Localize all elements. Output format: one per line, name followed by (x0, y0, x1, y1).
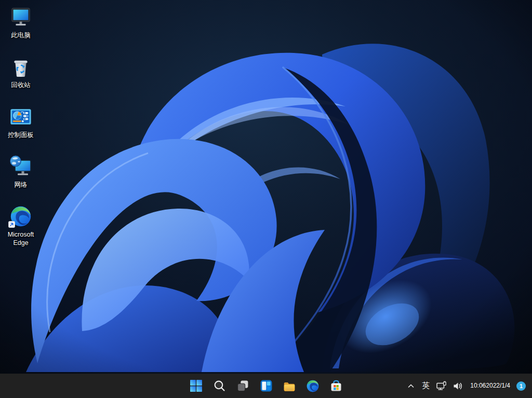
show-hidden-icons-button[interactable] (404, 376, 418, 396)
desktop-icon-list: 此电脑 回收站 (1, 4, 41, 253)
desktop-icon-label: 控制面板 (8, 131, 34, 140)
network-globe-monitor-icon (8, 154, 33, 180)
desktop-icon-label: 此电脑 (11, 32, 31, 40)
chevron-up-icon (406, 381, 416, 391)
task-view-button[interactable] (232, 376, 253, 396)
file-explorer-button[interactable] (279, 376, 300, 396)
search-button[interactable] (209, 376, 230, 396)
edge-browser-icon (306, 379, 320, 393)
taskbar-tray: 英 10:06 202 (404, 374, 532, 398)
desktop-icon-recycle-bin[interactable]: 回收站 (1, 54, 41, 100)
task-view-icon (236, 379, 249, 392)
notification-count-badge[interactable]: 1 (516, 381, 526, 391)
windows-start-icon (190, 379, 203, 392)
search-icon (213, 379, 226, 392)
desktop-icon-this-pc[interactable]: 此电脑 (1, 4, 41, 50)
store-button[interactable] (326, 376, 347, 396)
clock-time: 10:06 (470, 382, 486, 390)
desktop: 此电脑 回收站 (0, 0, 532, 398)
desktop-icon-label: Microsoft Edge (2, 231, 40, 247)
ime-indicator[interactable]: 英 (418, 376, 433, 396)
widgets-icon (260, 379, 273, 392)
clock-date: 2022/1/4 (486, 382, 510, 390)
shortcut-arrow-badge (8, 221, 15, 230)
volume-tray-button[interactable] (450, 376, 466, 396)
control-panel-icon (9, 104, 33, 130)
edge-button[interactable] (302, 376, 323, 396)
recycle-bin-icon (9, 54, 33, 80)
speaker-icon (453, 381, 463, 391)
clock[interactable]: 10:06 2022/1/4 (466, 376, 513, 396)
desktop-icon-label: 网络 (15, 181, 28, 189)
network-tray-button[interactable] (433, 376, 450, 396)
wired-network-icon (436, 381, 447, 391)
microsoft-store-icon (329, 379, 343, 393)
desktop-icon-control-panel[interactable]: 控制面板 (1, 104, 41, 149)
monitor-icon (9, 4, 33, 30)
desktop-icon-label: 回收站 (11, 81, 31, 90)
folder-icon (283, 379, 296, 393)
widgets-button[interactable] (256, 376, 276, 396)
desktop-icon-network[interactable]: 网络 (1, 154, 41, 199)
taskbar: 英 10:06 202 (0, 374, 532, 398)
start-button[interactable] (185, 376, 206, 396)
edge-browser-icon (9, 203, 32, 229)
desktop-icon-microsoft-edge[interactable]: Microsoft Edge (1, 203, 41, 249)
wallpaper-bloom (0, 0, 532, 398)
taskbar-center-buttons (185, 374, 347, 398)
